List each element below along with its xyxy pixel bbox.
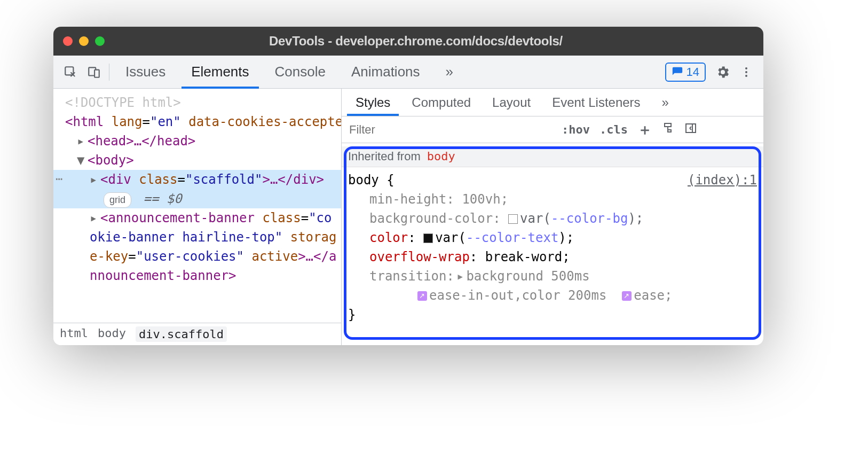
issues-count: 14	[686, 65, 699, 79]
subtab-computed[interactable]: Computed	[401, 89, 482, 116]
dom-tree[interactable]: <!DOCTYPE html> <html lang="en" data-coo…	[53, 89, 341, 323]
new-rule-button[interactable]: ＋	[635, 120, 654, 140]
main-tabs: Issues Elements Console Animations »	[113, 56, 466, 89]
svg-rect-6	[686, 124, 696, 132]
inspect-icon[interactable]	[59, 60, 82, 84]
svg-point-3	[745, 67, 747, 69]
window-controls	[63, 36, 105, 46]
crumb-html[interactable]: html	[60, 326, 88, 342]
toolbar: Issues Elements Console Animations » 14	[53, 56, 763, 89]
crumb-body[interactable]: body	[98, 326, 126, 342]
inherited-header: Inherited from body	[342, 146, 763, 167]
paint-icon[interactable]	[660, 122, 677, 138]
toggle-pane-icon[interactable]	[682, 122, 699, 138]
tab-animations[interactable]: Animations	[338, 56, 433, 89]
tab-elements[interactable]: Elements	[178, 56, 262, 89]
filter-input[interactable]	[346, 123, 554, 137]
tab-console[interactable]: Console	[262, 56, 338, 89]
svg-rect-2	[94, 69, 99, 77]
dollar-zero: == $0	[143, 191, 182, 206]
expand-shorthand-icon[interactable]: ▸	[456, 269, 464, 284]
subtab-layout[interactable]: Layout	[482, 89, 541, 116]
gear-icon[interactable]	[711, 60, 735, 84]
grid-badge[interactable]: grid	[104, 192, 131, 208]
prop-transition-cont[interactable]: ease-in-out,color 200ms ease;	[348, 286, 757, 305]
dom-panel: <!DOCTYPE html> <html lang="en" data-coo…	[53, 89, 342, 345]
styles-panel: Styles Computed Layout Event Listeners »…	[342, 89, 763, 345]
inherited-from[interactable]: body	[427, 150, 455, 163]
devtools-window: DevTools - developer.chrome.com/docs/dev…	[53, 27, 763, 345]
color-swatch-icon[interactable]	[508, 214, 518, 224]
expand-icon[interactable]: ▸	[90, 208, 100, 228]
easing-swatch-icon[interactable]	[417, 291, 427, 301]
close-icon[interactable]	[63, 36, 73, 46]
prop-transition[interactable]: transition:▸background 500ms	[348, 267, 757, 286]
divider	[109, 64, 109, 81]
prop-min-height[interactable]: min-height: 100vh;	[348, 190, 757, 209]
device-toggle-icon[interactable]	[82, 60, 106, 84]
tab-issues[interactable]: Issues	[113, 56, 178, 89]
hov-button[interactable]: :hov	[559, 123, 592, 136]
tabs-overflow-icon[interactable]: »	[433, 56, 466, 89]
banner-line[interactable]: ▸<announcement-banner class="cookie-bann…	[53, 208, 341, 285]
styles-subtabs: Styles Computed Layout Event Listeners »	[342, 89, 763, 116]
expand-icon[interactable]: ▸	[77, 131, 88, 151]
more-icon[interactable]: ⋯	[56, 170, 64, 188]
subtab-event-listeners[interactable]: Event Listeners	[541, 89, 651, 116]
head-line[interactable]: ▸<head>…</head>	[53, 131, 341, 151]
prop-color[interactable]: color: var(--color-text);	[348, 228, 757, 247]
kebab-icon[interactable]	[735, 60, 758, 84]
svg-point-5	[745, 75, 747, 77]
prop-background-color[interactable]: background-color: var(--color-bg);	[348, 209, 757, 228]
collapse-icon[interactable]: ▼	[77, 151, 88, 170]
crumb-selected[interactable]: div.scaffold	[136, 326, 227, 342]
main-area: <!DOCTYPE html> <html lang="en" data-coo…	[53, 89, 763, 345]
selected-node[interactable]: ⋯ ▸<div class="scaffold">…</div>	[53, 170, 341, 189]
minimize-icon[interactable]	[79, 36, 89, 46]
css-rule[interactable]: body { (index):1 min-height: 100vh; back…	[342, 167, 763, 327]
color-swatch-icon[interactable]	[423, 233, 433, 243]
source-link[interactable]: (index):1	[688, 170, 757, 190]
expand-icon[interactable]: ▸	[90, 170, 100, 189]
titlebar: DevTools - developer.chrome.com/docs/dev…	[53, 27, 763, 56]
subtabs-overflow-icon[interactable]: »	[651, 89, 680, 116]
window-title: DevTools - developer.chrome.com/docs/dev…	[115, 34, 716, 49]
maximize-icon[interactable]	[95, 36, 105, 46]
selector[interactable]: body {	[348, 170, 394, 190]
selected-node-badge: grid == $0	[53, 189, 341, 208]
issues-badge[interactable]: 14	[665, 63, 706, 82]
filter-bar: :hov .cls ＋	[342, 116, 763, 143]
cls-button[interactable]: .cls	[597, 123, 630, 136]
svg-point-4	[745, 71, 747, 73]
easing-swatch-icon[interactable]	[622, 291, 632, 301]
body-line[interactable]: ▼<body>	[53, 151, 341, 170]
subtab-styles[interactable]: Styles	[345, 89, 401, 116]
prop-overflow-wrap[interactable]: overflow-wrap: break-word;	[348, 247, 757, 267]
html-open-line[interactable]: <html lang="en" data-cookies-accepted>	[53, 112, 341, 131]
doctype-line[interactable]: <!DOCTYPE html>	[53, 93, 341, 112]
rule-close: }	[348, 305, 757, 324]
breadcrumb: html body div.scaffold	[53, 323, 341, 345]
